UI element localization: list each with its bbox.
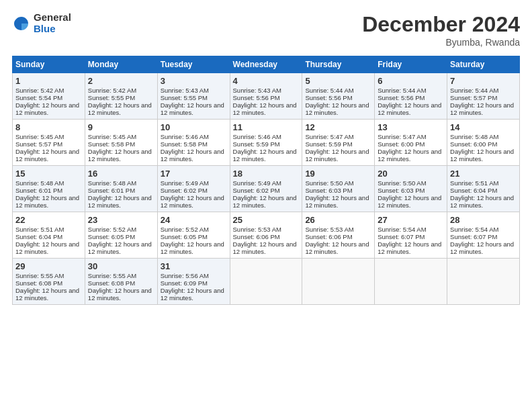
calendar-cell: [302, 259, 375, 305]
daylight-text: Daylight: 12 hours and 12 minutes.: [88, 287, 152, 302]
sunrise-text: Sunrise: 5:43 AM: [233, 87, 281, 94]
daylight-text: Daylight: 12 hours and 12 minutes.: [305, 194, 369, 209]
week-row-3: 15Sunrise: 5:48 AMSunset: 6:01 PMDayligh…: [13, 166, 520, 212]
page-container: General Blue December 2024 Byumba, Rwand…: [0, 0, 532, 312]
day-number: 1: [15, 76, 82, 86]
calendar-cell: 19Sunrise: 5:50 AMSunset: 6:03 PMDayligh…: [302, 166, 375, 212]
daylight-text: Daylight: 12 hours and 12 minutes.: [15, 101, 79, 116]
day-number: 4: [233, 76, 300, 86]
daylight-text: Daylight: 12 hours and 12 minutes.: [161, 287, 224, 302]
sunset-text: Sunset: 5:59 PM: [305, 140, 352, 148]
sunset-text: Sunset: 5:55 PM: [161, 94, 208, 101]
sunrise-text: Sunrise: 5:42 AM: [15, 87, 64, 94]
calendar-cell: 3Sunrise: 5:43 AMSunset: 5:55 PMDaylight…: [157, 73, 230, 120]
sunrise-text: Sunrise: 5:52 AM: [88, 226, 136, 233]
daylight-text: Daylight: 12 hours and 12 minutes.: [233, 101, 297, 116]
sunrise-text: Sunrise: 5:53 AM: [233, 226, 281, 233]
sunrise-text: Sunrise: 5:45 AM: [88, 133, 136, 140]
sunrise-text: Sunrise: 5:49 AM: [161, 179, 209, 187]
daylight-text: Daylight: 12 hours and 12 minutes.: [378, 194, 441, 209]
calendar-cell: 17Sunrise: 5:49 AMSunset: 6:02 PMDayligh…: [157, 166, 230, 212]
day-number: 15: [15, 169, 82, 179]
calendar-cell: 6Sunrise: 5:44 AMSunset: 5:56 PMDaylight…: [375, 73, 447, 120]
logo-blue: Blue: [34, 24, 71, 35]
calendar-cell: 18Sunrise: 5:49 AMSunset: 6:02 PMDayligh…: [230, 166, 302, 212]
calendar-table: SundayMondayTuesdayWednesdayThursdayFrid…: [12, 56, 520, 305]
page-header: General Blue December 2024 Byumba, Rwand…: [12, 12, 520, 48]
sunrise-text: Sunrise: 5:53 AM: [305, 226, 353, 233]
daylight-text: Daylight: 12 hours and 12 minutes.: [161, 101, 224, 116]
sunset-text: Sunset: 6:05 PM: [88, 233, 135, 240]
calendar-cell: 10Sunrise: 5:46 AMSunset: 5:58 PMDayligh…: [157, 120, 230, 166]
daylight-text: Daylight: 12 hours and 12 minutes.: [161, 194, 224, 209]
calendar-cell: [230, 259, 302, 305]
calendar-cell: 13Sunrise: 5:47 AMSunset: 6:00 PMDayligh…: [375, 120, 447, 166]
sunrise-text: Sunrise: 5:48 AM: [15, 179, 64, 187]
day-number: 5: [305, 76, 371, 86]
day-number: 31: [161, 261, 227, 271]
daylight-text: Daylight: 12 hours and 12 minutes.: [233, 240, 297, 255]
daylight-text: Daylight: 12 hours and 12 minutes.: [305, 101, 369, 116]
day-number: 10: [161, 122, 227, 132]
day-number: 29: [15, 261, 82, 271]
sunset-text: Sunset: 5:57 PM: [450, 94, 497, 101]
week-row-5: 29Sunrise: 5:55 AMSunset: 6:08 PMDayligh…: [13, 259, 520, 305]
header-saturday: Saturday: [447, 56, 520, 73]
sunrise-text: Sunrise: 5:45 AM: [15, 133, 64, 140]
daylight-text: Daylight: 12 hours and 12 minutes.: [305, 148, 369, 163]
daylight-text: Daylight: 12 hours and 12 minutes.: [88, 240, 152, 255]
day-number: 18: [233, 169, 300, 179]
week-row-1: 1Sunrise: 5:42 AMSunset: 5:54 PMDaylight…: [13, 73, 520, 120]
day-number: 30: [88, 261, 154, 271]
calendar-cell: 14Sunrise: 5:48 AMSunset: 6:00 PMDayligh…: [447, 120, 520, 166]
sunrise-text: Sunrise: 5:44 AM: [450, 87, 498, 94]
day-number: 3: [161, 76, 227, 86]
daylight-text: Daylight: 12 hours and 12 minutes.: [378, 148, 441, 163]
day-number: 28: [450, 215, 517, 225]
sunrise-text: Sunrise: 5:44 AM: [305, 87, 353, 94]
sunset-text: Sunset: 6:04 PM: [450, 187, 497, 194]
sunrise-text: Sunrise: 5:47 AM: [378, 133, 426, 140]
header-sunday: Sunday: [13, 56, 85, 73]
calendar-cell: 31Sunrise: 5:56 AMSunset: 6:09 PMDayligh…: [157, 259, 230, 305]
day-number: 14: [450, 122, 517, 132]
day-number: 13: [378, 122, 444, 132]
daylight-text: Daylight: 12 hours and 12 minutes.: [450, 101, 514, 116]
calendar-cell: 9Sunrise: 5:45 AMSunset: 5:58 PMDaylight…: [85, 120, 157, 166]
sunrise-text: Sunrise: 5:46 AM: [161, 133, 209, 140]
calendar-cell: 15Sunrise: 5:48 AMSunset: 6:01 PMDayligh…: [13, 166, 85, 212]
logo-text: General Blue: [34, 12, 71, 34]
sunset-text: Sunset: 6:00 PM: [450, 140, 497, 148]
sunset-text: Sunset: 6:07 PM: [450, 233, 497, 240]
day-number: 25: [233, 215, 300, 225]
month-title: December 2024: [362, 12, 520, 37]
sunset-text: Sunset: 6:01 PM: [88, 187, 135, 194]
daylight-text: Daylight: 12 hours and 12 minutes.: [450, 148, 514, 163]
sunrise-text: Sunrise: 5:51 AM: [450, 179, 498, 187]
calendar-cell: 30Sunrise: 5:55 AMSunset: 6:08 PMDayligh…: [85, 259, 157, 305]
sunset-text: Sunset: 5:58 PM: [161, 140, 208, 148]
week-row-2: 8Sunrise: 5:45 AMSunset: 5:57 PMDaylight…: [13, 120, 520, 166]
sunrise-text: Sunrise: 5:47 AM: [305, 133, 353, 140]
daylight-text: Daylight: 12 hours and 12 minutes.: [15, 148, 79, 163]
logo: General Blue: [12, 12, 71, 34]
sunrise-text: Sunrise: 5:42 AM: [88, 87, 136, 94]
week-row-4: 22Sunrise: 5:51 AMSunset: 6:04 PMDayligh…: [13, 212, 520, 259]
calendar-cell: 26Sunrise: 5:53 AMSunset: 6:06 PMDayligh…: [302, 212, 375, 259]
sunset-text: Sunset: 5:56 PM: [305, 94, 352, 101]
sunset-text: Sunset: 6:06 PM: [233, 233, 280, 240]
sunset-text: Sunset: 5:59 PM: [233, 140, 280, 148]
sunrise-text: Sunrise: 5:51 AM: [15, 226, 64, 233]
sunset-text: Sunset: 5:58 PM: [88, 140, 135, 148]
day-number: 8: [15, 122, 82, 132]
sunset-text: Sunset: 6:02 PM: [233, 187, 280, 194]
sunrise-text: Sunrise: 5:44 AM: [378, 87, 426, 94]
daylight-text: Daylight: 12 hours and 12 minutes.: [88, 148, 152, 163]
sunset-text: Sunset: 6:08 PM: [15, 279, 62, 287]
sunset-text: Sunset: 6:04 PM: [15, 233, 62, 240]
day-number: 19: [305, 169, 371, 179]
calendar-cell: 16Sunrise: 5:48 AMSunset: 6:01 PMDayligh…: [85, 166, 157, 212]
header-thursday: Thursday: [302, 56, 375, 73]
sunset-text: Sunset: 5:55 PM: [88, 94, 135, 101]
calendar-cell: 2Sunrise: 5:42 AMSunset: 5:55 PMDaylight…: [85, 73, 157, 120]
